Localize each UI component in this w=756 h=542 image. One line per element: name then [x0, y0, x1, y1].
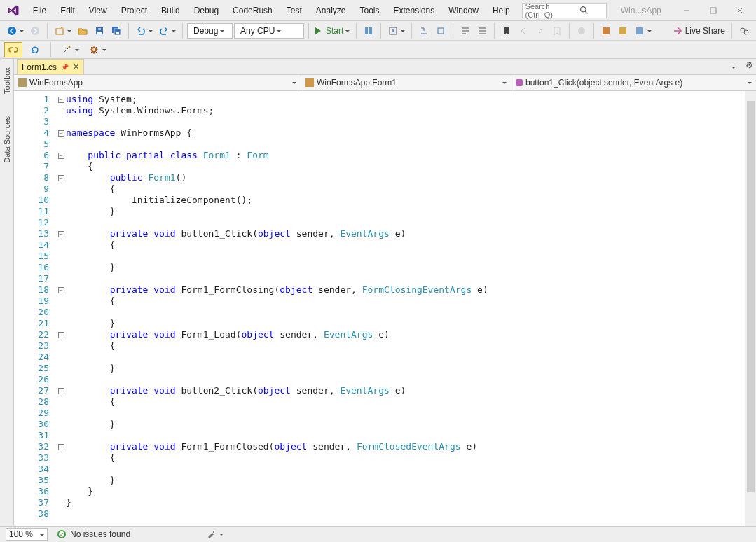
undo-button[interactable] [133, 23, 155, 39]
window-title: Win...sApp [610, 6, 673, 15]
search-placeholder: Search (Ctrl+Q) [525, 2, 565, 19]
svg-rect-17 [369, 27, 372, 34]
save-button[interactable] [92, 23, 107, 39]
menu-project[interactable]: Project [115, 3, 153, 18]
ext-3-button[interactable] [632, 23, 654, 39]
csharp-project-icon [18, 78, 27, 87]
ext-2-button[interactable] [615, 23, 631, 39]
nav-member-dropdown[interactable]: button1_Click(object sender, EventArgs e… [511, 75, 756, 90]
redo-button[interactable] [156, 23, 178, 39]
nav-class-dropdown[interactable]: WinFormsApp.Form1 [301, 75, 511, 90]
solution-config-dropdown[interactable]: Debug [187, 23, 233, 39]
document-tab-strip: Form1.cs 📌 ✕ ⚙ [14, 59, 756, 74]
minimize-button[interactable] [675, 3, 699, 18]
close-button[interactable] [728, 3, 752, 18]
class-icon [305, 78, 314, 87]
nav-back-button[interactable] [4, 23, 26, 39]
menu-help[interactable]: Help [486, 3, 516, 18]
comment-button[interactable] [458, 23, 473, 39]
menu-tools[interactable]: Tools [354, 3, 386, 18]
menu-edit[interactable]: Edit [54, 3, 81, 18]
svg-rect-23 [619, 27, 626, 34]
solution-platform-dropdown[interactable]: Any CPU [234, 23, 304, 39]
breakpoint-button[interactable] [574, 23, 589, 39]
find-in-files-button[interactable] [385, 23, 407, 39]
menu-extensions[interactable]: Extensions [387, 3, 441, 18]
maximize-button[interactable] [701, 3, 725, 18]
ext-1-button[interactable] [598, 23, 614, 39]
cr-link-button[interactable] [4, 42, 22, 57]
svg-rect-8 [56, 29, 63, 34]
data-sources-tab[interactable]: Data Sources [1, 112, 13, 167]
attach-button[interactable] [361, 23, 376, 39]
vs-logo-icon [3, 4, 24, 17]
svg-rect-24 [636, 27, 643, 34]
svg-point-27 [69, 46, 71, 48]
menu-window[interactable]: Window [442, 3, 485, 18]
prev-bookmark-button[interactable] [516, 23, 531, 39]
svg-point-28 [92, 48, 96, 52]
pin-icon[interactable]: 📌 [61, 64, 69, 71]
code-surface[interactable]: using System;using System.Windows.Forms;… [66, 91, 745, 526]
workspace: Toolbox Data Sources Form1.cs 📌 ✕ ⚙ WinF… [0, 59, 756, 526]
line-number-gutter: 1234567891011121314151617181920212223242… [14, 91, 56, 526]
fold-gutter[interactable]: −−−−−−−−− [56, 91, 66, 526]
coderush-toolbar [0, 41, 756, 59]
svg-line-1 [585, 11, 587, 13]
bookmark-button[interactable] [499, 23, 514, 39]
clear-bookmark-button[interactable] [549, 23, 565, 39]
svg-rect-12 [98, 28, 101, 30]
standard-toolbar: Debug Any CPU Start Live Share [0, 21, 756, 41]
uncomment-button[interactable] [474, 23, 490, 39]
svg-point-0 [580, 7, 585, 12]
svg-rect-15 [116, 32, 119, 34]
nav-project-dropdown[interactable]: WinFormsApp [14, 75, 301, 90]
open-file-button[interactable] [75, 23, 90, 39]
toolbox-tab[interactable]: Toolbox [1, 63, 13, 98]
menu-analyze[interactable]: Analyze [310, 3, 352, 18]
code-editor[interactable]: 1234567891011121314151617181920212223242… [14, 91, 756, 526]
menu-debug[interactable]: Debug [188, 3, 225, 18]
menu-coderush[interactable]: CodeRush [226, 3, 279, 18]
svg-rect-3 [710, 8, 716, 13]
method-icon [516, 79, 523, 86]
menu-build[interactable]: Build [155, 3, 186, 18]
svg-point-21 [578, 27, 585, 34]
menu-view[interactable]: View [83, 3, 114, 18]
feedback-button[interactable] [736, 23, 752, 39]
document-tab-form1[interactable]: Form1.cs 📌 ✕ [17, 59, 84, 74]
menu-test[interactable]: Test [280, 3, 308, 18]
document-tab-label: Form1.cs [22, 62, 57, 72]
cr-wand-button[interactable] [58, 42, 81, 57]
navigation-bar: WinFormsApp WinFormsApp.Form1 button1_Cl… [14, 74, 756, 91]
new-project-button[interactable] [52, 23, 74, 39]
save-all-button[interactable] [109, 23, 124, 39]
status-bar: 100 % ✓ No issues found [0, 526, 756, 542]
cr-refresh-button[interactable] [27, 42, 43, 57]
step-into-button[interactable] [416, 23, 432, 39]
toolbar-options-icon[interactable]: ⚙ [745, 60, 753, 73]
menu-bar: FileEditViewProjectBuildDebugCodeRushTes… [27, 3, 516, 18]
svg-rect-20 [438, 28, 444, 34]
brush-icon[interactable] [206, 529, 224, 539]
cr-settings-button[interactable] [85, 42, 109, 57]
menu-file[interactable]: File [27, 3, 53, 18]
left-tool-tabs: Toolbox Data Sources [0, 59, 14, 526]
svg-rect-16 [365, 27, 368, 34]
active-files-dropdown-icon[interactable] [724, 60, 741, 73]
next-bookmark-button[interactable] [532, 23, 548, 39]
nav-forward-button[interactable] [27, 23, 43, 39]
svg-rect-29 [213, 531, 214, 533]
live-share-button[interactable]: Live Share [671, 23, 727, 39]
close-tab-icon[interactable]: ✕ [73, 62, 79, 71]
svg-point-6 [8, 27, 16, 35]
issues-status[interactable]: ✓ No issues found [57, 529, 130, 539]
svg-point-7 [31, 27, 39, 35]
zoom-dropdown[interactable]: 100 % [6, 528, 48, 541]
start-debug-button[interactable]: Start [313, 23, 352, 39]
vertical-scrollbar[interactable] [745, 91, 756, 526]
quick-search-input[interactable]: Search (Ctrl+Q) [522, 3, 607, 18]
svg-point-9 [62, 27, 64, 29]
ok-check-icon: ✓ [57, 530, 66, 538]
step-over-button[interactable] [433, 23, 448, 39]
